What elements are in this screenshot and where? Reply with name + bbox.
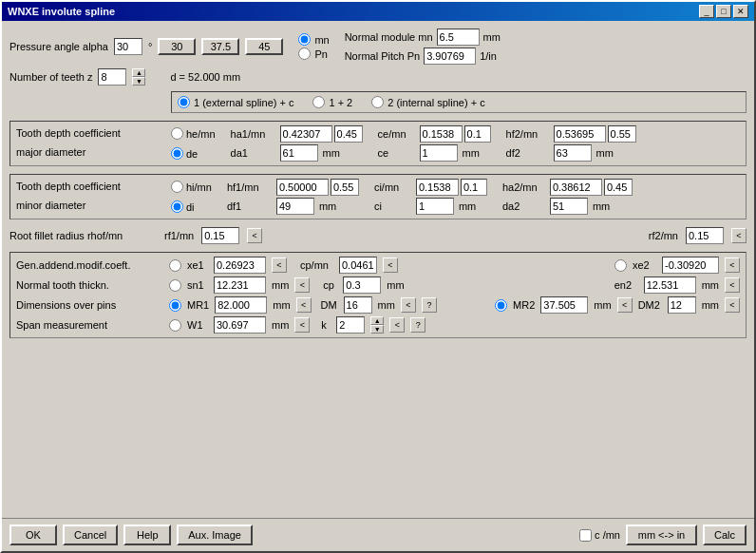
- dm-input[interactable]: [344, 296, 372, 314]
- ce2-label: ce: [378, 147, 418, 159]
- k-input[interactable]: [336, 316, 365, 334]
- xe2-less-btn[interactable]: <: [725, 257, 740, 273]
- dm-label: DM: [321, 299, 338, 311]
- pressure-input[interactable]: [114, 38, 142, 55]
- hf1-right[interactable]: [331, 179, 359, 196]
- normal-pitch-input[interactable]: [424, 48, 476, 65]
- cp-input[interactable]: [343, 276, 381, 294]
- hf2-input[interactable]: [554, 125, 606, 143]
- btn-30[interactable]: 30: [158, 38, 196, 55]
- major-col3: hf2/mn df2 mm: [506, 125, 636, 162]
- major-col2: ce/mn ce mm: [378, 125, 491, 162]
- cpomn-less-btn[interactable]: <: [383, 257, 398, 273]
- minor-col2: ci/mn ci mm: [374, 179, 487, 215]
- ci-right[interactable]: [461, 179, 487, 196]
- radio-w1[interactable]: [169, 319, 181, 332]
- ha2-right[interactable]: [604, 179, 633, 196]
- mr2-less-btn[interactable]: <: [617, 297, 633, 313]
- w1-less-btn[interactable]: <: [294, 317, 310, 333]
- df2-input[interactable]: [554, 144, 592, 162]
- teeth-up[interactable]: ▲: [132, 68, 145, 77]
- rf2-less-btn[interactable]: <: [731, 228, 747, 243]
- hf2-label: hf2/mn: [506, 128, 552, 140]
- en2-less-btn[interactable]: <: [725, 277, 740, 293]
- k-down[interactable]: ▼: [370, 325, 384, 334]
- cpomn-input[interactable]: [339, 257, 377, 274]
- radio-type2[interactable]: [312, 96, 325, 108]
- ce2-input[interactable]: [420, 144, 458, 162]
- ha1-right[interactable]: [334, 125, 363, 143]
- maximize-button[interactable]: □: [716, 5, 731, 18]
- pressure-label: Pressure angle alpha: [9, 41, 108, 52]
- radio-hemn[interactable]: [171, 127, 183, 140]
- calc-button[interactable]: Calc: [703, 524, 747, 545]
- w1-input[interactable]: [214, 316, 266, 334]
- mr2-input[interactable]: [540, 296, 588, 314]
- radio-type3[interactable]: [371, 96, 384, 108]
- cancel-button[interactable]: Cancel: [63, 524, 118, 545]
- ok-button[interactable]: OK: [9, 524, 57, 545]
- ce-right[interactable]: [464, 125, 491, 143]
- btn-45[interactable]: 45: [245, 38, 283, 55]
- en2-input[interactable]: [644, 276, 696, 294]
- radio-pn[interactable]: [298, 48, 311, 60]
- help-button[interactable]: Help: [123, 524, 171, 545]
- xe1-less-btn[interactable]: <: [272, 257, 287, 273]
- normal-module-input[interactable]: [437, 29, 480, 46]
- df1-input[interactable]: [276, 198, 314, 215]
- radio-himn[interactable]: [171, 181, 183, 193]
- radio-de[interactable]: [171, 147, 183, 160]
- k-q-btn[interactable]: ?: [410, 317, 425, 333]
- radio-mr2[interactable]: [495, 299, 507, 312]
- radio-gen[interactable]: [169, 259, 181, 272]
- normal-tooth-label: Normal tooth thickn.: [16, 279, 163, 291]
- hf2-right[interactable]: [608, 125, 636, 143]
- major-label: major diameter: [16, 146, 163, 158]
- title-bar: WNXE involute spline _ □ ✕: [2, 2, 754, 21]
- da2-input[interactable]: [550, 198, 588, 215]
- sn1-input[interactable]: [214, 276, 266, 294]
- da1-input[interactable]: [280, 144, 318, 162]
- ha2-input[interactable]: [550, 179, 602, 196]
- rf2-input[interactable]: [686, 227, 724, 244]
- radio-xe2[interactable]: [614, 259, 627, 272]
- teeth-input[interactable]: [98, 68, 126, 86]
- teeth-down[interactable]: ▼: [132, 77, 145, 86]
- radio-di[interactable]: [171, 200, 183, 213]
- sn1-less-btn[interactable]: <: [294, 277, 310, 293]
- radio-type1[interactable]: [178, 96, 190, 108]
- cmn-label: c /mn: [595, 529, 620, 541]
- k-up[interactable]: ▲: [370, 316, 384, 325]
- da1-label: da1: [231, 147, 278, 159]
- dm2-input[interactable]: [668, 296, 696, 314]
- radio-sn1[interactable]: [169, 279, 181, 292]
- dm2-less-btn[interactable]: <: [725, 297, 740, 313]
- minimize-button[interactable]: _: [699, 5, 714, 18]
- cmn-checkbox[interactable]: [579, 529, 592, 542]
- minor-label: minor diameter: [16, 200, 163, 211]
- hf1-label: hf1/mn: [227, 181, 274, 193]
- mr1-less-btn[interactable]: <: [296, 297, 312, 313]
- depth-label2: Tooth depth coefficient: [16, 181, 163, 192]
- ci2-input[interactable]: [416, 198, 454, 215]
- rf1-less-btn[interactable]: <: [247, 228, 262, 243]
- dm-less-btn[interactable]: <: [401, 297, 416, 313]
- hf1-input[interactable]: [276, 179, 329, 196]
- xe2-input[interactable]: [662, 257, 719, 274]
- title-bar-buttons: _ □ ✕: [699, 5, 748, 18]
- radio-mr1[interactable]: [169, 299, 181, 312]
- dm-q-btn[interactable]: ?: [422, 297, 437, 313]
- radio-mn[interactable]: [298, 33, 311, 46]
- btn-375[interactable]: 37.5: [201, 38, 239, 55]
- mr1-input[interactable]: [215, 296, 267, 314]
- degree-symbol: °: [148, 41, 152, 52]
- k-less-btn[interactable]: <: [389, 317, 405, 333]
- ci-input[interactable]: [416, 179, 459, 196]
- aux-image-button[interactable]: Aux. Image: [177, 524, 253, 545]
- xe1-input[interactable]: [214, 257, 266, 274]
- ha1-input[interactable]: [280, 125, 332, 143]
- ce-input[interactable]: [420, 125, 463, 143]
- rf1-input[interactable]: [201, 227, 239, 244]
- close-button[interactable]: ✕: [733, 5, 748, 18]
- convert-button[interactable]: mm <-> in: [626, 524, 697, 545]
